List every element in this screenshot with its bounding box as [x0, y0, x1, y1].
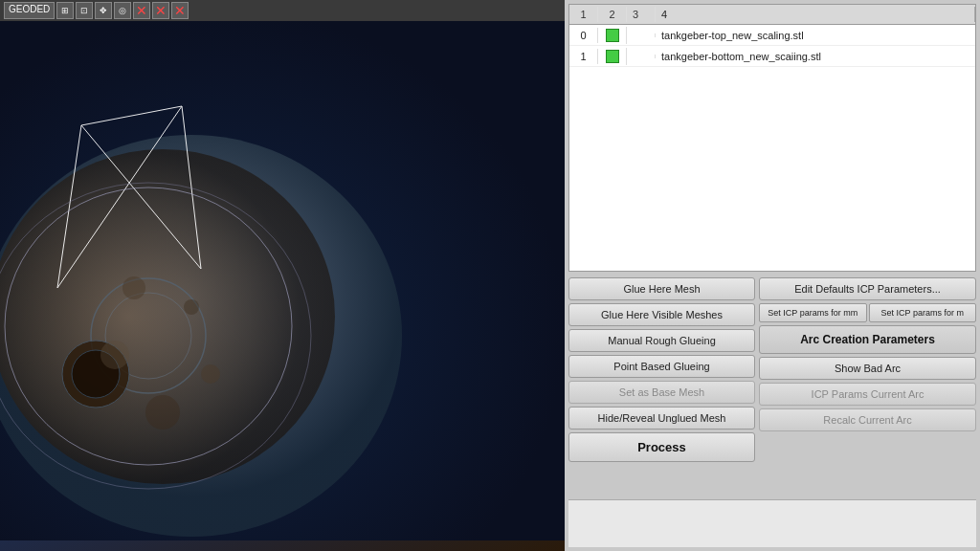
row-0-col1: 0: [569, 28, 598, 43]
right-buttons: Edit Defaults ICP Parameters... Set ICP …: [759, 276, 976, 499]
set-icp-m-button[interactable]: Set ICP params for m: [869, 303, 977, 322]
table-row[interactable]: 0 tankgeber-top_new_scaling.stl: [569, 25, 975, 46]
manual-rough-glueing-button[interactable]: Manual Rough Glueing: [568, 329, 755, 352]
visibility-indicator-1: [606, 50, 619, 63]
process-button[interactable]: Process: [568, 432, 755, 462]
col-header-2: 2: [598, 7, 627, 22]
table-header: 1 2 3 4: [569, 5, 975, 25]
buttons-area: Glue Here Mesh Glue Here Visible Meshes …: [565, 276, 980, 499]
point-based-glueing-button[interactable]: Point Based Glueing: [568, 355, 755, 378]
svg-point-14: [122, 276, 145, 299]
show-bad-arc-button[interactable]: Show Bad Arc: [759, 357, 976, 380]
svg-point-17: [201, 364, 220, 384]
col-header-4: 4: [656, 7, 975, 22]
glue-here-mesh-button[interactable]: Glue Here Mesh: [568, 277, 755, 300]
row-0-col2: [598, 27, 627, 44]
edit-defaults-icp-button[interactable]: Edit Defaults ICP Parameters...: [759, 277, 976, 300]
svg-point-16: [100, 341, 129, 369]
svg-point-18: [145, 395, 180, 430]
row-1-col3: [627, 55, 656, 58]
row-0-col3: [627, 33, 656, 37]
right-panel: 1 2 3 4 0 tankgeber-top_new_scaling.stl …: [565, 0, 980, 551]
mesh-table: 1 2 3 4 0 tankgeber-top_new_scaling.stl …: [568, 4, 976, 272]
arc-creation-parameters-header: Arc Creation Parameters: [759, 325, 976, 354]
row-0-filename: tankgeber-top_new_scaling.stl: [656, 28, 975, 43]
toolbar-icon-move[interactable]: ✥: [95, 2, 112, 19]
set-icp-mm-button[interactable]: Set ICP params for mm: [759, 303, 867, 322]
3d-viewport[interactable]: GEODED ⊞ ⊡ ✥ ◎ ✕ ✕ ✕: [0, 0, 565, 551]
glue-here-visible-button[interactable]: Glue Here Visible Meshes: [568, 303, 755, 326]
col-header-1: 1: [569, 7, 598, 22]
toolbar-icon-rotate[interactable]: ◎: [114, 2, 131, 19]
bottom-status-area: [568, 499, 976, 547]
col-header-3: 3: [627, 7, 656, 22]
geoded-label[interactable]: GEODED: [4, 2, 55, 19]
scene-svg: [0, 0, 565, 551]
left-buttons: Glue Here Mesh Glue Here Visible Meshes …: [568, 276, 755, 499]
recalc-current-arc-button: Recalc Current Arc: [759, 408, 976, 431]
svg-point-15: [184, 299, 199, 315]
toolbar-icon-grid[interactable]: ⊞: [56, 2, 74, 19]
toolbar-icon-view[interactable]: ⊡: [76, 2, 93, 19]
row-1-filename: tankgeber-bottom_new_scaiing.stl: [656, 49, 975, 64]
row-1-col2: [598, 48, 627, 65]
viewport-toolbar: GEODED ⊞ ⊡ ✥ ◎ ✕ ✕ ✕: [0, 0, 565, 21]
visibility-indicator-0: [606, 29, 619, 42]
icp-params-row: Set ICP params for mm Set ICP params for…: [759, 303, 976, 322]
toolbar-icon-x2[interactable]: ✕: [152, 2, 169, 19]
toolbar-icon-x1[interactable]: ✕: [133, 2, 150, 19]
toolbar-icon-x3[interactable]: ✕: [171, 2, 189, 19]
icp-params-current-arc-button: ICP Params Current Arc: [759, 383, 976, 406]
hide-reveal-unglued-button[interactable]: Hide/Reveal Unglued Mesh: [568, 407, 755, 430]
svg-point-2: [0, 149, 335, 484]
table-row[interactable]: 1 tankgeber-bottom_new_scaiing.stl: [569, 46, 975, 67]
row-1-col1: 1: [569, 49, 598, 64]
set-as-base-mesh-button: Set as Base Mesh: [568, 381, 755, 404]
